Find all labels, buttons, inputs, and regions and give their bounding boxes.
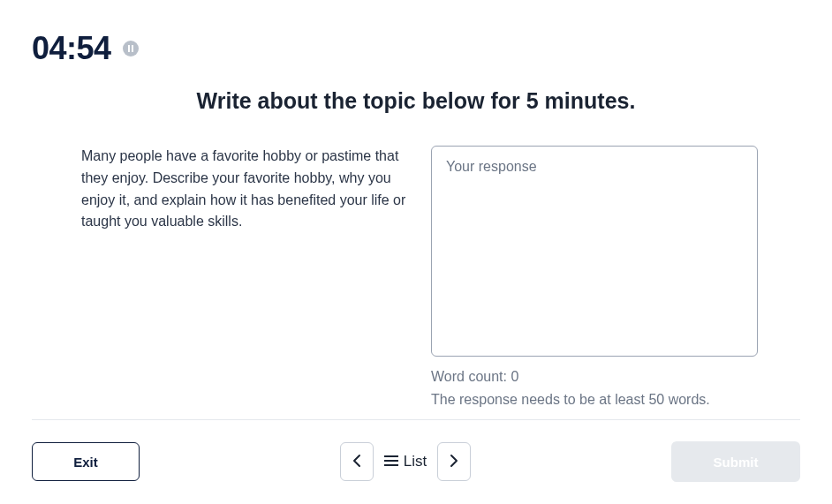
header: 04:54	[0, 0, 832, 67]
content-area: Many people have a favorite hobby or pas…	[0, 114, 832, 408]
footer-divider	[32, 419, 800, 420]
word-count-hint: The response needs to be at least 50 wor…	[431, 392, 758, 408]
pause-icon[interactable]	[122, 40, 140, 57]
nav-center: List	[340, 442, 471, 481]
exit-button[interactable]: Exit	[32, 442, 140, 481]
footer: Exit List Submit	[32, 441, 800, 482]
response-column: Word count: 0 The response needs to be a…	[431, 146, 758, 408]
list-icon	[384, 453, 398, 470]
instruction-heading: Write about the topic below for 5 minute…	[0, 88, 832, 114]
svg-rect-1	[128, 45, 130, 52]
next-button[interactable]	[437, 442, 471, 481]
svg-rect-2	[132, 45, 133, 52]
chevron-right-icon	[450, 454, 458, 470]
submit-button[interactable]: Submit	[671, 441, 800, 482]
prev-button[interactable]	[340, 442, 374, 481]
response-input[interactable]	[431, 146, 758, 357]
timer: 04:54	[32, 30, 111, 67]
svg-point-0	[123, 41, 139, 56]
word-count: Word count: 0	[431, 369, 758, 385]
chevron-left-icon	[352, 454, 361, 470]
list-label: List	[404, 453, 427, 470]
list-button[interactable]: List	[384, 453, 427, 470]
prompt-text: Many people have a favorite hobby or pas…	[81, 146, 406, 408]
